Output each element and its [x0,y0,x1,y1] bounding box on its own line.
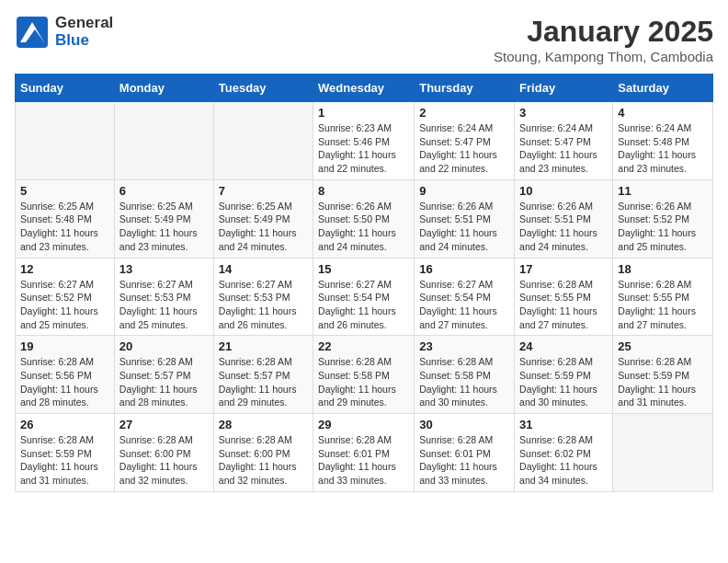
day-info: Sunrise: 6:25 AM Sunset: 5:49 PM Dayligh… [119,200,209,254]
day-info: Sunrise: 6:25 AM Sunset: 5:49 PM Dayligh… [219,200,308,254]
calendar-cell: 24Sunrise: 6:28 AM Sunset: 5:59 PM Dayli… [515,336,613,414]
day-number: 19 [20,339,109,353]
day-number: 31 [519,418,608,431]
calendar-cell: 2Sunrise: 6:24 AM Sunset: 5:47 PM Daylig… [415,102,515,180]
calendar-cell: 27Sunrise: 6:28 AM Sunset: 6:00 PM Dayli… [114,414,213,492]
calendar-cell: 19Sunrise: 6:28 AM Sunset: 5:56 PM Dayli… [16,336,115,414]
day-info: Sunrise: 6:28 AM Sunset: 6:02 PM Dayligh… [519,433,608,488]
calendar-cell: 6Sunrise: 6:25 AM Sunset: 5:49 PM Daylig… [114,179,213,258]
calendar-cell [213,102,313,180]
day-info: Sunrise: 6:28 AM Sunset: 5:57 PM Dayligh… [119,355,209,409]
calendar-cell: 28Sunrise: 6:28 AM Sunset: 6:00 PM Dayli… [213,414,313,492]
day-info: Sunrise: 6:28 AM Sunset: 6:00 PM Dayligh… [119,433,209,488]
logo-blue-text: Blue [55,32,113,50]
calendar-cell: 23Sunrise: 6:28 AM Sunset: 5:58 PM Dayli… [415,336,515,414]
day-info: Sunrise: 6:25 AM Sunset: 5:48 PM Dayligh… [20,200,109,254]
day-number: 7 [219,184,308,198]
calendar-cell: 10Sunrise: 6:26 AM Sunset: 5:51 PM Dayli… [515,179,613,258]
day-number: 15 [318,262,409,276]
day-number: 29 [318,418,409,431]
day-info: Sunrise: 6:28 AM Sunset: 5:58 PM Dayligh… [318,355,409,409]
weekday-header-saturday: Saturday [613,75,713,102]
calendar-week-row: 1Sunrise: 6:23 AM Sunset: 5:46 PM Daylig… [16,102,713,180]
day-number: 1 [318,106,409,120]
day-info: Sunrise: 6:24 AM Sunset: 5:48 PM Dayligh… [618,121,708,176]
calendar-cell: 4Sunrise: 6:24 AM Sunset: 5:48 PM Daylig… [613,102,713,180]
weekday-header-monday: Monday [114,75,213,102]
logo: General Blue [15,15,113,50]
calendar-cell: 13Sunrise: 6:27 AM Sunset: 5:53 PM Dayli… [114,258,213,336]
day-info: Sunrise: 6:24 AM Sunset: 5:47 PM Dayligh… [519,121,608,176]
day-info: Sunrise: 6:26 AM Sunset: 5:51 PM Dayligh… [419,200,509,254]
calendar-cell: 16Sunrise: 6:27 AM Sunset: 5:54 PM Dayli… [415,258,515,336]
day-number: 20 [119,339,209,353]
calendar-cell: 15Sunrise: 6:27 AM Sunset: 5:54 PM Dayli… [313,258,415,336]
calendar-cell: 3Sunrise: 6:24 AM Sunset: 5:47 PM Daylig… [515,102,613,180]
day-info: Sunrise: 6:27 AM Sunset: 5:54 PM Dayligh… [419,278,509,332]
day-number: 16 [419,262,509,276]
day-info: Sunrise: 6:26 AM Sunset: 5:52 PM Dayligh… [618,200,708,254]
calendar-cell: 14Sunrise: 6:27 AM Sunset: 5:53 PM Dayli… [213,258,313,336]
calendar-week-row: 12Sunrise: 6:27 AM Sunset: 5:52 PM Dayli… [16,258,713,336]
calendar-cell [114,102,213,180]
calendar-cell [16,102,115,180]
location-title: Stoung, Kampong Thom, Cambodia [494,49,713,64]
calendar-week-row: 5Sunrise: 6:25 AM Sunset: 5:48 PM Daylig… [16,179,713,258]
day-number: 13 [119,262,209,276]
day-number: 10 [519,184,608,198]
day-number: 3 [519,106,608,120]
day-info: Sunrise: 6:23 AM Sunset: 5:46 PM Dayligh… [318,121,409,176]
month-title: January 2025 [494,15,713,49]
weekday-header-wednesday: Wednesday [313,75,415,102]
page-header: General Blue January 2025 Stoung, Kampon… [15,15,713,64]
weekday-header-sunday: Sunday [16,75,115,102]
calendar-cell: 18Sunrise: 6:28 AM Sunset: 5:55 PM Dayli… [613,258,713,336]
day-info: Sunrise: 6:27 AM Sunset: 5:54 PM Dayligh… [318,278,409,332]
calendar-cell: 29Sunrise: 6:28 AM Sunset: 6:01 PM Dayli… [313,414,415,492]
calendar-cell: 25Sunrise: 6:28 AM Sunset: 5:59 PM Dayli… [613,336,713,414]
day-info: Sunrise: 6:24 AM Sunset: 5:47 PM Dayligh… [419,121,509,176]
calendar-cell: 1Sunrise: 6:23 AM Sunset: 5:46 PM Daylig… [313,102,415,180]
day-number: 26 [20,418,109,431]
day-number: 5 [20,184,109,198]
day-info: Sunrise: 6:26 AM Sunset: 5:50 PM Dayligh… [318,200,409,254]
calendar-table: SundayMondayTuesdayWednesdayThursdayFrid… [15,74,713,492]
calendar-week-row: 19Sunrise: 6:28 AM Sunset: 5:56 PM Dayli… [16,336,713,414]
day-info: Sunrise: 6:28 AM Sunset: 5:56 PM Dayligh… [20,355,109,409]
day-number: 22 [318,339,409,353]
calendar-cell [613,414,713,492]
day-info: Sunrise: 6:27 AM Sunset: 5:53 PM Dayligh… [119,278,209,332]
day-number: 6 [119,184,209,198]
day-info: Sunrise: 6:27 AM Sunset: 5:52 PM Dayligh… [20,278,109,332]
calendar-cell: 8Sunrise: 6:26 AM Sunset: 5:50 PM Daylig… [313,179,415,258]
day-info: Sunrise: 6:28 AM Sunset: 6:01 PM Dayligh… [419,433,509,488]
day-number: 24 [519,339,608,353]
day-info: Sunrise: 6:28 AM Sunset: 5:59 PM Dayligh… [20,433,109,488]
day-info: Sunrise: 6:28 AM Sunset: 5:58 PM Dayligh… [419,355,509,409]
day-number: 8 [318,184,409,198]
day-number: 12 [20,262,109,276]
day-info: Sunrise: 6:28 AM Sunset: 5:59 PM Dayligh… [519,355,608,409]
day-info: Sunrise: 6:28 AM Sunset: 5:57 PM Dayligh… [219,355,308,409]
calendar-week-row: 26Sunrise: 6:28 AM Sunset: 5:59 PM Dayli… [16,414,713,492]
day-number: 9 [419,184,509,198]
day-number: 18 [618,262,708,276]
day-info: Sunrise: 6:28 AM Sunset: 6:01 PM Dayligh… [318,433,409,488]
day-number: 11 [618,184,708,198]
calendar-cell: 22Sunrise: 6:28 AM Sunset: 5:58 PM Dayli… [313,336,415,414]
day-info: Sunrise: 6:27 AM Sunset: 5:53 PM Dayligh… [219,278,308,332]
calendar-cell: 30Sunrise: 6:28 AM Sunset: 6:01 PM Dayli… [415,414,515,492]
day-number: 25 [618,339,708,353]
calendar-cell: 21Sunrise: 6:28 AM Sunset: 5:57 PM Dayli… [213,336,313,414]
calendar-cell: 31Sunrise: 6:28 AM Sunset: 6:02 PM Dayli… [515,414,613,492]
logo-general-text: General [55,15,113,32]
day-number: 2 [419,106,509,120]
day-info: Sunrise: 6:28 AM Sunset: 5:55 PM Dayligh… [519,278,608,332]
calendar-header-row: SundayMondayTuesdayWednesdayThursdayFrid… [16,75,713,102]
day-info: Sunrise: 6:28 AM Sunset: 6:00 PM Dayligh… [219,433,308,488]
day-info: Sunrise: 6:28 AM Sunset: 5:55 PM Dayligh… [618,278,708,332]
weekday-header-tuesday: Tuesday [213,75,313,102]
day-number: 27 [119,418,209,431]
day-number: 28 [219,418,308,431]
day-number: 21 [219,339,308,353]
